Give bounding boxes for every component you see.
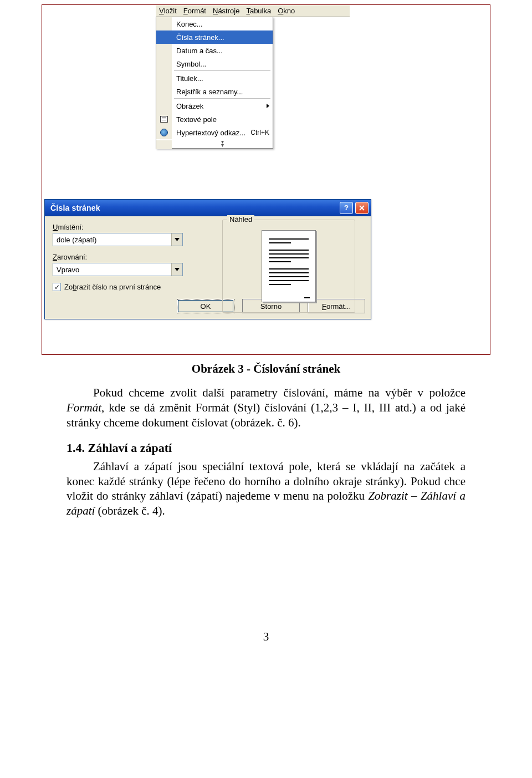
preview-legend: Náhled <box>227 215 254 223</box>
preview-page-icon <box>262 230 316 302</box>
menu-item-titulek[interactable]: Titulek... <box>156 72 273 85</box>
menu-format[interactable]: Formát <box>183 7 206 15</box>
menu-screenshot: Vložit Formát Nástroje Tabulka Okno Kone… <box>156 5 350 17</box>
paragraph-1: Pokud chceme zvolit další parametry čísl… <box>66 385 466 430</box>
globe-icon <box>160 129 168 136</box>
menu-tabulka[interactable]: Tabulka <box>246 7 271 15</box>
page-numbers-dialog: Čísla stránek ? Umístění: dole (zápatí) … <box>44 199 371 319</box>
page-number: 3 <box>66 629 466 644</box>
checkbox-first-page[interactable]: ✓ <box>53 283 61 291</box>
dropdown-button-icon[interactable] <box>171 233 182 246</box>
dialog-title: Čísla stránek <box>50 204 337 212</box>
menu-item-obrazek[interactable]: Obrázek <box>156 99 273 113</box>
menu-item-hyperlink[interactable]: Hypertextový odkaz... Ctrl+K <box>156 126 273 139</box>
insert-menu-dropdown: Konec... Čísla stránek... Datum a čas...… <box>156 17 273 149</box>
document-body: Obrázek 3 - Číslování stránek Pokud chce… <box>66 362 466 644</box>
menu-vlozit[interactable]: Vložit <box>159 7 177 15</box>
checkbox-label: Zobrazit číslo na první stránce <box>64 283 161 291</box>
menu-okno[interactable]: Okno <box>278 7 295 15</box>
paragraph-2: Záhlaví a zápatí jsou speciální textová … <box>66 459 466 519</box>
figure-frame: Vložit Formát Nástroje Tabulka Okno Kone… <box>42 4 490 355</box>
menu-nastroje[interactable]: Nástroje <box>213 7 239 15</box>
menu-item-konec[interactable]: Konec... <box>156 17 273 30</box>
menu-expand-chevrons[interactable]: ▾▾ <box>156 139 273 148</box>
textbox-icon <box>160 116 168 123</box>
figure-caption: Obrázek 3 - Číslování stránek <box>66 362 466 377</box>
close-icon <box>359 205 365 211</box>
preview-fieldset: Náhled <box>222 220 355 313</box>
menu-item-rejstrik[interactable]: Rejstřík a seznamy... <box>156 85 273 98</box>
help-button[interactable]: ? <box>340 202 353 214</box>
combo-umisteni[interactable]: dole (zápatí) <box>53 233 183 246</box>
menu-item-symbol[interactable]: Symbol... <box>156 57 273 70</box>
menu-item-datum-cas[interactable]: Datum a čas... <box>156 44 273 57</box>
menu-item-cisla-stranek[interactable]: Čísla stránek... <box>156 30 273 44</box>
dialog-titlebar: Čísla stránek ? <box>45 200 371 216</box>
close-button[interactable] <box>355 202 369 214</box>
combo-zarovnani[interactable]: Vpravo <box>53 263 183 276</box>
label-umisteni: Umístění: <box>53 223 202 231</box>
menu-item-textove-pole[interactable]: Textové pole <box>156 113 273 126</box>
label-zarovnani: Zarovnání: <box>53 253 202 261</box>
dropdown-button-icon[interactable] <box>171 263 182 276</box>
heading-1-4: 1.4. Záhlaví a zápatí <box>66 440 466 456</box>
submenu-arrow-icon <box>267 104 269 108</box>
menubar: Vložit Formát Nástroje Tabulka Okno <box>156 5 350 17</box>
